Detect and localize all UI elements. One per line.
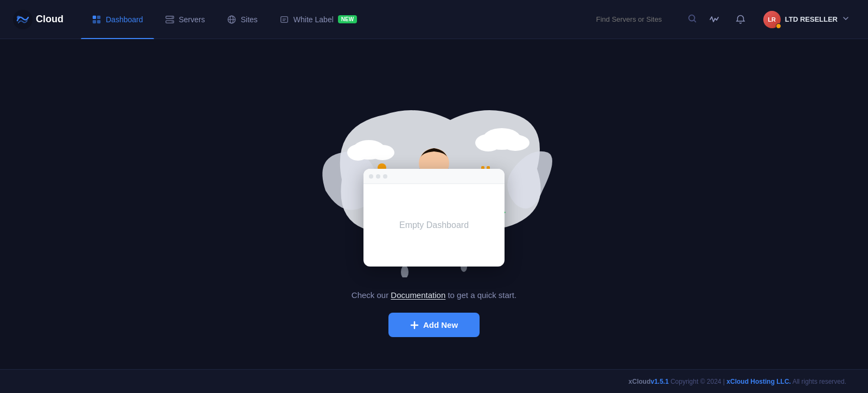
screen-dot-1 — [369, 174, 373, 179]
main-content: Empty Dashboard Check our Documentation … — [0, 39, 868, 369]
nav-item-dashboard[interactable]: Dashboard — [81, 0, 154, 39]
screen-card-header — [363, 169, 505, 184]
footer-version: v1.5.1 — [650, 378, 668, 385]
add-new-label: Add New — [423, 320, 458, 329]
nav-label-white-label: White Label — [293, 15, 334, 24]
nav-label-dashboard: Dashboard — [106, 15, 143, 24]
svg-rect-3 — [97, 15, 100, 18]
nav-items: Dashboard Servers Sites — [81, 0, 596, 39]
cta-text-before: Check our — [352, 290, 391, 300]
add-new-button[interactable]: Add New — [388, 313, 480, 337]
screen-card: Empty Dashboard — [363, 169, 505, 267]
plus-icon — [410, 321, 419, 329]
screen-card-body: Empty Dashboard — [363, 184, 505, 267]
nav-label-servers: Servers — [179, 15, 205, 24]
app-logo-text: Cloud — [36, 14, 63, 25]
white-label-icon — [279, 15, 289, 24]
svg-point-0 — [13, 10, 33, 29]
nav-label-sites: Sites — [241, 15, 258, 24]
svg-point-1 — [17, 16, 20, 19]
user-menu[interactable]: LR LTD RESELLER — [758, 8, 855, 31]
svg-point-8 — [171, 17, 173, 18]
svg-point-35 — [401, 265, 409, 277]
user-display-name: LTD RESELLER — [785, 15, 838, 23]
svg-rect-13 — [281, 16, 288, 22]
svg-point-19 — [475, 134, 501, 151]
footer: xCloudv1.5.1 Copyright © 2024 | xCloud H… — [0, 369, 868, 393]
avatar-status-dot — [776, 23, 781, 29]
screen-dot-2 — [376, 174, 380, 179]
screen-dot-3 — [383, 174, 387, 179]
svg-point-16 — [347, 144, 369, 161]
cta-text: Check our Documentation to get a quick s… — [352, 290, 516, 300]
empty-dashboard-label: Empty Dashboard — [399, 220, 469, 230]
footer-brand: xCloudv1.5.1 Copyright © 2024 | xCloud H… — [629, 378, 846, 385]
footer-company: xCloud Hosting LLC. — [726, 378, 791, 385]
logo-icon — [13, 10, 33, 29]
svg-rect-4 — [93, 20, 96, 23]
search-input[interactable] — [596, 15, 683, 23]
new-badge: New — [338, 15, 357, 23]
svg-point-9 — [171, 21, 173, 22]
footer-rights: All rights reserved. — [793, 378, 846, 385]
svg-rect-2 — [93, 15, 96, 18]
activity-icon-btn[interactable] — [706, 11, 723, 28]
notification-icon-btn[interactable] — [732, 11, 749, 28]
svg-rect-5 — [97, 20, 100, 23]
nav-item-servers[interactable]: Servers — [154, 0, 216, 39]
search-area[interactable] — [596, 14, 697, 25]
documentation-link[interactable]: Documentation — [391, 290, 445, 300]
illustration-container: Empty Dashboard — [298, 71, 570, 277]
nav-right: LR LTD RESELLER — [596, 8, 855, 31]
nav-item-sites[interactable]: Sites — [216, 0, 269, 39]
cta-text-after: to get a quick start. — [445, 290, 516, 300]
avatar: LR — [763, 11, 781, 28]
chevron-down-icon — [842, 15, 850, 24]
footer-copyright: Copyright © 2024 | — [671, 378, 725, 385]
svg-point-20 — [501, 135, 529, 151]
dashboard-icon — [92, 15, 101, 24]
navbar: Cloud Dashboard Servers — [0, 0, 868, 39]
footer-brand-text: xCloud — [629, 378, 651, 385]
search-icon[interactable] — [687, 14, 697, 25]
globe-icon — [227, 15, 237, 24]
svg-point-17 — [371, 145, 394, 160]
logo-area[interactable]: Cloud — [13, 10, 63, 29]
servers-icon — [165, 15, 175, 24]
nav-item-white-label[interactable]: White Label New — [269, 0, 368, 39]
